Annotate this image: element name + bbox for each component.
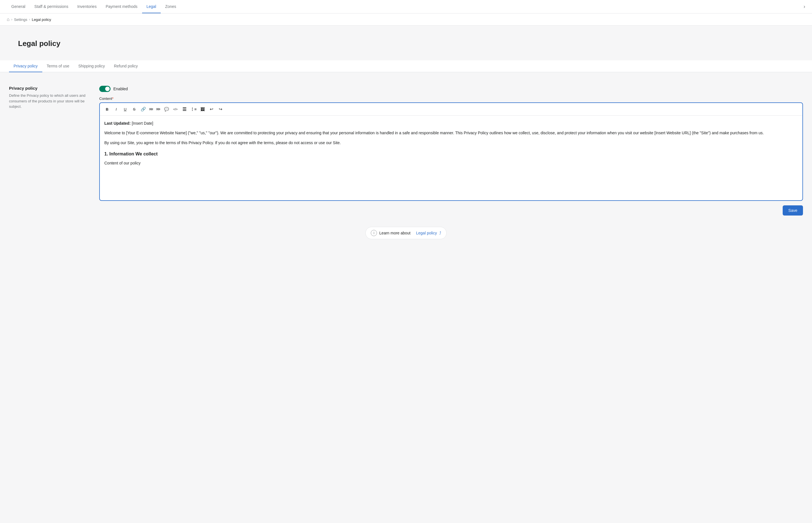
save-button[interactable]: Save [783,205,803,216]
toolbar-h3-button[interactable]: H3 [155,105,161,113]
toolbar-italic-button[interactable]: I [112,105,120,113]
policy-tab-privacy[interactable]: Privacy policy [9,60,42,72]
toolbar-underline-button[interactable]: U [121,105,129,113]
toolbar-redo-button[interactable]: ↪ [216,105,224,113]
info-icon: i [371,230,377,236]
toolbar-image-button[interactable]: 🖼 [199,105,206,113]
policy-content-paragraph: Content of our policy [104,160,798,166]
toolbar-blockquote-button[interactable]: 💬 [163,105,170,113]
rich-text-editor: B I U S 🔗 H2 H3 💬 </> ☰ ⋮≡ 🖼 ↩ ↪ [99,103,803,201]
content-layout: Privacy policy Define the Privacy policy… [9,79,803,216]
left-panel: Privacy policy Define the Privacy policy… [9,86,88,109]
top-navigation: General Staff & permissions Inventories … [0,0,812,14]
save-row: Save [99,205,803,216]
help-pill[interactable]: i Learn more about Legal policy ⤴ [365,227,446,239]
editor-toolbar: B I U S 🔗 H2 H3 💬 </> ☰ ⋮≡ 🖼 ↩ ↪ [100,103,802,116]
intro-paragraph-1: Welcome to [Your E-commerce Website Name… [104,130,798,136]
intro-paragraph-2: By using our Site, you agree to the term… [104,140,798,146]
tab-general[interactable]: General [7,0,30,13]
policy-tabs: Privacy policy Terms of use Shipping pol… [0,60,812,72]
external-link-icon: ⤴ [439,231,441,235]
section-heading: Privacy policy [9,86,88,91]
policy-tab-refund[interactable]: Refund policy [109,60,143,72]
toggle-track [99,86,111,92]
tab-legal[interactable]: Legal [142,0,161,13]
legal-policy-link[interactable]: Legal policy [416,231,437,235]
breadcrumb-chevron-1: › [11,17,13,21]
tab-inventories[interactable]: Inventories [73,0,101,13]
main-content: Legal policy Privacy policy Terms of use… [0,26,812,521]
toolbar-ordered-list-button[interactable]: ⋮≡ [189,105,197,113]
breadcrumb: ⌂ › Settings › Legal policy [0,14,812,26]
toolbar-h2-button[interactable]: H2 [148,105,154,113]
page-container: Legal policy [9,33,404,60]
breadcrumb-chevron-2: › [29,17,30,21]
toolbar-link-button[interactable]: 🔗 [139,105,147,113]
breadcrumb-settings[interactable]: Settings [14,17,27,22]
required-marker: * [112,96,114,101]
enabled-toggle[interactable] [99,86,111,92]
breadcrumb-current: Legal policy [32,17,51,22]
toolbar-code-button[interactable]: </> [171,105,179,113]
page-title: Legal policy [18,39,395,48]
last-updated-line: Last Updated: [Insert Date] [104,120,798,126]
right-panel: Enabled Content* B I U S 🔗 H2 H3 💬 </> [99,86,803,216]
content-label: Content* [99,96,803,101]
section-description: Define the Privacy policy to which all u… [9,93,88,109]
toggle-row: Enabled [99,86,803,92]
toolbar-bullet-list-button[interactable]: ☰ [181,105,188,113]
section-heading-1: 1. Information We collect [104,150,798,158]
editor-content-area[interactable]: Last Updated: [Insert Date] Welcome to [… [100,116,802,200]
toolbar-undo-button[interactable]: ↩ [208,105,215,113]
toolbar-bold-button[interactable]: B [103,105,111,113]
tab-payment[interactable]: Payment methods [101,0,142,13]
help-text: Learn more about [379,231,411,235]
top-nav-tabs: General Staff & permissions Inventories … [7,0,804,13]
nav-chevron-right-icon: › [804,4,805,10]
policy-tab-terms[interactable]: Terms of use [42,60,74,72]
toolbar-strikethrough-button[interactable]: S [130,105,138,113]
policy-tab-shipping[interactable]: Shipping policy [74,60,109,72]
home-icon[interactable]: ⌂ [7,17,10,22]
tab-staff[interactable]: Staff & permissions [30,0,73,13]
footer-help: i Learn more about Legal policy ⤴ [9,227,803,239]
toggle-label: Enabled [113,87,128,91]
toggle-thumb [105,87,110,91]
tab-zones[interactable]: Zones [161,0,181,13]
